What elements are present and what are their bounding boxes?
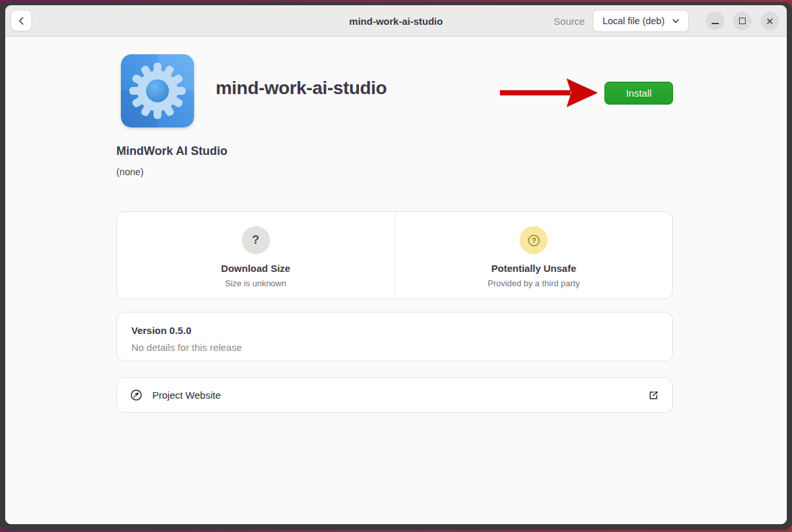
- maximize-icon: [739, 18, 746, 24]
- source-selector: Source Local file (deb): [553, 5, 689, 37]
- source-dropdown[interactable]: Local file (deb): [593, 10, 689, 32]
- chevron-left-icon: [16, 16, 27, 26]
- back-button[interactable]: [10, 10, 32, 31]
- compass-icon: [130, 389, 142, 401]
- red-arrow-annotation: [499, 77, 601, 108]
- close-icon: ✕: [766, 16, 774, 26]
- tile-title: Potentially Unsafe: [491, 263, 576, 274]
- version-subtitle: No details for this release: [131, 342, 658, 353]
- question-icon: ?: [242, 226, 270, 254]
- project-website-row[interactable]: Project Website: [116, 377, 673, 413]
- safety-tile[interactable]: ? Potentially Unsafe Provided by a third…: [395, 212, 673, 299]
- svg-text:?: ?: [531, 237, 536, 244]
- install-button[interactable]: Install: [604, 82, 673, 105]
- download-size-tile[interactable]: ? Download Size Size is unknown: [117, 212, 395, 299]
- window-controls: ✕: [706, 5, 779, 37]
- context-tiles-card: ? Download Size Size is unknown ? Potent…: [116, 211, 673, 299]
- minimize-button[interactable]: [706, 12, 724, 30]
- source-label: Source: [553, 16, 585, 27]
- tile-subtitle: Provided by a third party: [487, 278, 580, 288]
- developer-name: MindWork AI Studio: [116, 144, 227, 158]
- headerbar: mind-work-ai-studio Source Local file (d…: [5, 5, 787, 37]
- chevron-down-icon: [671, 16, 680, 25]
- app-name: mind-work-ai-studio: [216, 78, 387, 99]
- app-icon: [121, 54, 194, 127]
- close-button[interactable]: ✕: [761, 12, 779, 30]
- source-dropdown-value: Local file (deb): [602, 16, 665, 26]
- website-label: Project Website: [152, 390, 638, 401]
- app-details-page: mind-work-ai-studio Install MindWork AI …: [5, 37, 787, 524]
- license-text: (none): [116, 167, 144, 177]
- maximize-button[interactable]: [733, 12, 751, 30]
- minimize-icon: [712, 23, 719, 24]
- version-title: Version 0.5.0: [131, 325, 658, 336]
- external-link-icon: [648, 390, 659, 401]
- app-icon-gear: [121, 54, 194, 127]
- version-card[interactable]: Version 0.5.0 No details for this releas…: [116, 312, 673, 361]
- software-app-window: mind-work-ai-studio Source Local file (d…: [5, 5, 787, 524]
- tile-title: Download Size: [221, 263, 290, 274]
- question-circle-icon: ?: [520, 226, 548, 254]
- tile-subtitle: Size is unknown: [225, 278, 286, 288]
